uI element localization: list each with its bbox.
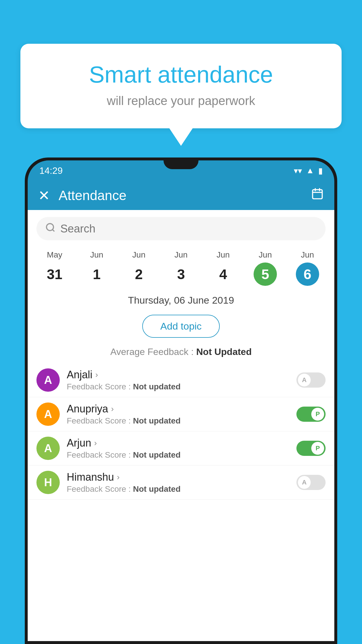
date-month: Jun bbox=[90, 250, 103, 260]
student-info: Arjun ›Feedback Score : Not updated bbox=[67, 437, 289, 460]
status-icons: ▾▾ ▲ ▮ bbox=[294, 166, 323, 176]
date-number[interactable]: 3 bbox=[169, 262, 193, 286]
chevron-icon: › bbox=[111, 404, 114, 414]
student-feedback: Feedback Score : Not updated bbox=[67, 416, 289, 426]
date-number[interactable]: 2 bbox=[127, 262, 150, 286]
date-item[interactable]: Jun6 bbox=[286, 250, 328, 286]
avg-feedback-label: Average Feedback : bbox=[110, 346, 196, 357]
avatar: A bbox=[36, 402, 60, 426]
avg-feedback-value: Not Updated bbox=[196, 346, 252, 357]
toggle-wrap[interactable]: P bbox=[296, 407, 326, 422]
bubble-title: Smart attendance bbox=[44, 61, 318, 88]
svg-point-4 bbox=[47, 223, 54, 230]
student-item[interactable]: AAnjali ›Feedback Score : Not updatedA bbox=[28, 363, 334, 397]
app-bar: ✕ Attendance bbox=[28, 181, 334, 210]
app-bar-title: Attendance bbox=[59, 188, 311, 203]
search-bar[interactable] bbox=[36, 217, 326, 240]
status-time: 14:29 bbox=[39, 165, 63, 176]
student-name: Arjun › bbox=[67, 437, 289, 449]
signal-icon: ▲ bbox=[306, 166, 314, 175]
notch bbox=[164, 160, 198, 169]
toggle-thumb: A bbox=[298, 373, 311, 387]
bubble-subtitle: will replace your paperwork bbox=[44, 94, 318, 108]
student-name: Anupriya › bbox=[67, 403, 289, 415]
screen-content: May31Jun1Jun2Jun3Jun4Jun5Jun6 Thursday, … bbox=[28, 210, 334, 641]
date-strip: May31Jun1Jun2Jun3Jun4Jun5Jun6 bbox=[28, 247, 334, 292]
date-item[interactable]: Jun1 bbox=[76, 250, 118, 286]
student-feedback: Feedback Score : Not updated bbox=[67, 484, 289, 494]
wifi-icon: ▾▾ bbox=[294, 166, 302, 176]
avatar: H bbox=[36, 471, 60, 494]
svg-line-5 bbox=[52, 229, 55, 231]
toggle-thumb: A bbox=[298, 476, 311, 489]
student-item[interactable]: AAnupriya ›Feedback Score : Not updatedP bbox=[28, 397, 334, 431]
date-month: Jun bbox=[259, 250, 272, 260]
student-info: Anjali ›Feedback Score : Not updated bbox=[67, 369, 289, 391]
bubble-tail bbox=[169, 128, 193, 146]
search-input[interactable] bbox=[60, 223, 317, 235]
student-name: Himanshu › bbox=[67, 471, 289, 483]
date-month: May bbox=[47, 250, 62, 260]
close-button[interactable]: ✕ bbox=[38, 187, 50, 204]
search-icon bbox=[45, 222, 56, 235]
toggle-wrap[interactable]: A bbox=[296, 475, 326, 490]
date-month: Jun bbox=[132, 250, 145, 260]
avg-feedback: Average Feedback : Not Updated bbox=[28, 344, 334, 363]
date-item[interactable]: Jun4 bbox=[202, 250, 244, 286]
phone-frame: 14:29 ▾▾ ▲ ▮ ✕ Attendance bbox=[25, 158, 337, 644]
student-feedback: Feedback Score : Not updated bbox=[67, 450, 289, 460]
add-topic-button[interactable]: Add topic bbox=[142, 315, 220, 338]
selected-date-heading: Thursday, 06 June 2019 bbox=[28, 292, 334, 309]
student-list: AAnjali ›Feedback Score : Not updatedAAA… bbox=[28, 363, 334, 500]
attendance-toggle[interactable]: A bbox=[296, 372, 326, 388]
toggle-thumb: P bbox=[311, 442, 324, 455]
toggle-wrap[interactable]: P bbox=[296, 441, 326, 456]
date-item[interactable]: Jun5 bbox=[244, 250, 287, 286]
date-item[interactable]: May31 bbox=[34, 250, 76, 286]
student-item[interactable]: AArjun ›Feedback Score : Not updatedP bbox=[28, 431, 334, 466]
chevron-icon: › bbox=[95, 370, 98, 379]
attendance-toggle[interactable]: A bbox=[296, 475, 326, 490]
date-item[interactable]: Jun2 bbox=[118, 250, 160, 286]
date-number[interactable]: 4 bbox=[212, 262, 235, 286]
student-feedback: Feedback Score : Not updated bbox=[67, 382, 289, 391]
chevron-icon: › bbox=[117, 473, 120, 482]
svg-rect-0 bbox=[313, 190, 322, 199]
student-info: Anupriya ›Feedback Score : Not updated bbox=[67, 403, 289, 426]
date-number[interactable]: 5 bbox=[254, 262, 277, 286]
date-month: Jun bbox=[217, 250, 230, 260]
student-name: Anjali › bbox=[67, 369, 289, 381]
chevron-icon: › bbox=[94, 438, 97, 448]
date-number[interactable]: 6 bbox=[296, 262, 319, 286]
battery-icon: ▮ bbox=[318, 166, 323, 176]
speech-bubble: Smart attendance will replace your paper… bbox=[20, 44, 342, 128]
date-item[interactable]: Jun3 bbox=[160, 250, 202, 286]
avatar: A bbox=[36, 437, 60, 460]
date-month: Jun bbox=[174, 250, 187, 260]
toggle-wrap[interactable]: A bbox=[296, 372, 326, 388]
speech-bubble-container: Smart attendance will replace your paper… bbox=[20, 44, 342, 146]
status-bar: 14:29 ▾▾ ▲ ▮ bbox=[28, 160, 334, 181]
date-number[interactable]: 31 bbox=[43, 262, 66, 286]
calendar-icon[interactable] bbox=[311, 188, 324, 203]
student-info: Himanshu ›Feedback Score : Not updated bbox=[67, 471, 289, 494]
date-number[interactable]: 1 bbox=[85, 262, 108, 286]
phone-inner: 14:29 ▾▾ ▲ ▮ ✕ Attendance bbox=[28, 160, 334, 641]
avatar: A bbox=[36, 368, 60, 392]
attendance-toggle[interactable]: P bbox=[296, 407, 326, 422]
toggle-thumb: P bbox=[311, 407, 324, 421]
date-month: Jun bbox=[301, 250, 314, 260]
attendance-toggle[interactable]: P bbox=[296, 441, 326, 456]
student-item[interactable]: HHimanshu ›Feedback Score : Not updatedA bbox=[28, 466, 334, 500]
